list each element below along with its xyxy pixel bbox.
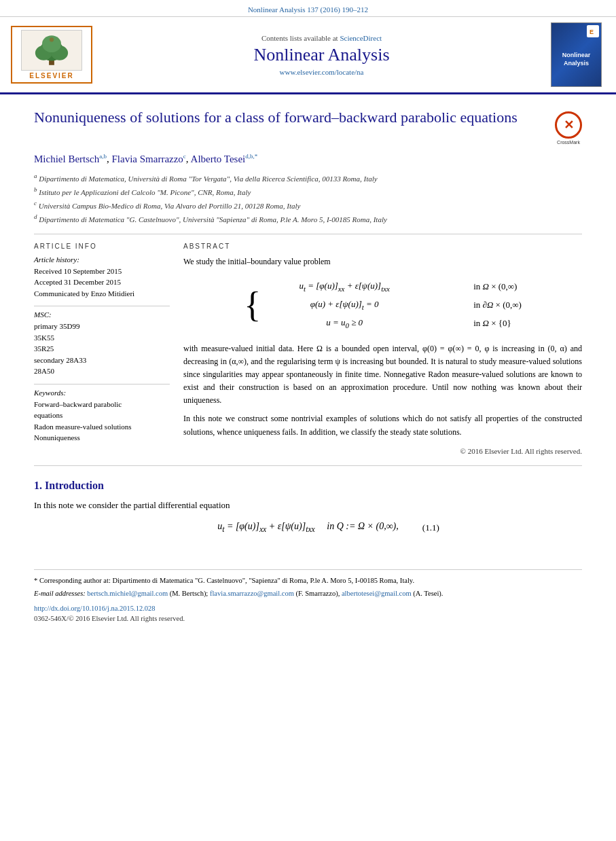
abstract-copyright: © 2016 Elsevier Ltd. All rights reserved… [183,446,582,458]
copyright-footer: 0362-546X/© 2016 Elsevier Ltd. All right… [34,615,582,622]
journal-header: ELSEVIER Contents lists available at Sci… [0,17,616,94]
author-2-sup: c [183,153,186,160]
elsevier-brand-text: ELSEVIER [29,72,73,79]
email-1-link[interactable]: bertsch.michiel@gmail.com [87,590,168,597]
paper-title: Nonuniqueness of solutions for a class o… [34,108,548,128]
abstract-text: We study the initial–boundary value prob… [183,255,582,458]
affiliations-block: a Dipartimento di Matematica, Università… [34,172,582,226]
divider-1 [34,234,582,234]
abstract-equation-system: { ut = [φ(u)]xx + ε[ψ(u)]txx in Ω × (0,∞… [183,276,582,334]
msc-secondary: secondary 28A33 [34,355,170,366]
journal-citation: Nonlinear Analysis 137 (2016) 190–212 [0,0,616,17]
equation-1-1: ut = [φ(u)]xx + ε[ψ(u)]txx in Q := Ω × (… [34,521,582,534]
keyword-1: Forward–backward parabolic [34,399,170,410]
doi-line[interactable]: http://dx.doi.org/10.1016/j.na.2015.12.0… [34,605,582,612]
crossmark-badge: ✕ CrossMark [555,111,582,145]
email-addresses-line: E-mail addresses: bertsch.michiel@gmail.… [34,588,582,599]
author-3-sup: d,b,* [245,153,257,160]
abstract-para-2: with measure-valued initial data. Here Ω… [183,342,582,408]
author-1-sup: a,b [99,153,107,160]
history-label: Article history: [34,255,170,264]
abstract-para-3: In this note we construct some nontrivia… [183,412,582,438]
section-1-text-1: In this note we consider the partial dif… [34,499,582,513]
article-info-abstract: ARTICLE INFO Article history: Received 1… [34,243,582,458]
sciencedirect-link[interactable]: ScienceDirect [340,34,382,42]
keyword-3: Radon measure-valued solutions [34,421,170,433]
footnote-area: * Corresponding author at: Dipartimento … [34,569,582,622]
journal-title: Nonlinear Analysis [106,45,537,65]
journal-cover-image: E NonlinearAnalysis [551,22,605,87]
section-1-title: 1. Introduction [34,480,582,492]
msc-secondary-2: 28A50 [34,365,170,377]
author-1: Michiel Bertsch [34,154,99,164]
keyword-2: equations [34,410,170,421]
elsevier-logo: ELSEVIER [11,26,92,84]
main-content: Nonuniqueness of solutions for a class o… [0,94,616,556]
divider-2 [34,465,582,466]
abstract-label: ABSTRACT [183,243,582,250]
journal-center: Contents lists available at ScienceDirec… [92,34,551,76]
svg-text:E: E [590,29,594,35]
journal-url[interactable]: www.elsevier.com/locate/na [106,68,537,76]
svg-point-5 [50,37,54,41]
author-3: Alberto Tesei [191,154,246,164]
eq-line-1: ut = [φ(u)]xx + ε[ψ(u)]txx in Ω × (0,∞) [256,279,522,295]
corresponding-author-note: * Corresponding author at: Dipartimento … [34,575,582,586]
received-date: Received 10 September 2015 [34,266,170,277]
msc-item-2: 35R25 [34,343,170,355]
contents-available-line: Contents lists available at ScienceDirec… [106,34,537,42]
keywords-label: Keywords: [34,389,170,397]
accepted-date: Accepted 31 December 2015 [34,276,170,288]
abstract-intro: We study the initial–boundary value prob… [183,255,582,268]
email-2-link[interactable]: flavia.smarrazzo@gmail.com [210,590,294,597]
left-divider-2 [34,384,170,384]
msc-primary: primary 35D99 [34,321,170,332]
eq-number-11: (1.1) [412,522,439,533]
communicated-by: Communicated by Enzo Mitidieri [34,288,170,300]
keyword-4: Nonuniqueness [34,432,170,444]
left-divider-1 [34,306,170,306]
abstract-column: ABSTRACT We study the initial–boundary v… [183,243,582,458]
msc-item-1: 35K55 [34,332,170,344]
authors-line: Michiel Bertscha,b, Flavia Smarrazzoc, A… [34,153,582,165]
msc-label: MSC: [34,310,170,319]
article-info-label: ARTICLE INFO [34,243,170,250]
email-3-link[interactable]: albertotesei@gmail.com [342,590,412,597]
affil-a: a Dipartimento di Matematica, Università… [34,172,582,184]
affil-b: b Istituto per le Applicazioni del Calco… [34,185,582,198]
msc-block: MSC: primary 35D99 35K55 35R25 secondary… [34,310,170,377]
keywords-block: Keywords: Forward–backward parabolic equ… [34,389,170,444]
affil-d: d Dipartimento di Matematica "G. Casteln… [34,213,582,225]
history-block: Article history: Received 10 September 2… [34,255,170,300]
author-2: Flavia Smarrazzo [111,154,183,164]
eq-line-2: φ(u) + ε[ψ(u)]t = 0 in ∂Ω × (0,∞) [256,298,522,313]
eq-line-3: u = u0 ≥ 0 in Ω × {0} [256,316,522,332]
cover-journal-title: NonlinearAnalysis [560,49,594,70]
affil-c: c Università Campus Bio-Medico di Roma, … [34,199,582,211]
article-info-column: ARTICLE INFO Article history: Received 1… [34,243,170,458]
